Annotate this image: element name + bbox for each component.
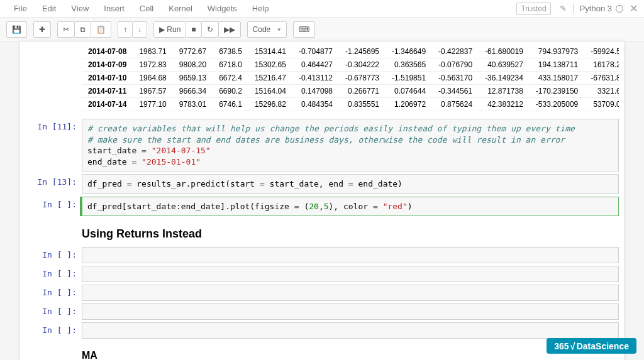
heading-using-returns: Using Returns Instead: [82, 222, 619, 243]
code-num: 20: [309, 202, 319, 211]
input-area[interactable]: [82, 322, 619, 339]
menu-insert[interactable]: Insert: [96, 1, 132, 16]
table-row: 2014-07-101964.689659.136672.415216.47-0…: [82, 72, 619, 85]
table-cell: 0.363565: [386, 58, 432, 72]
menu-help[interactable]: Help: [245, 1, 277, 16]
table-cell: -59924.537177: [584, 45, 619, 58]
code-cell-empty[interactable]: In [ ]:: [25, 266, 619, 282]
table-row: 2014-07-081963.719772.676738.515314.41-0…: [82, 45, 619, 58]
table-cell: 40.639527: [479, 58, 530, 72]
table-cell: 9666.34: [173, 85, 213, 98]
input-area[interactable]: df_pred[start_date:end_date].plot(figsiz…: [82, 197, 619, 217]
menu-widgets[interactable]: Widgets: [200, 1, 245, 16]
code-text: ): [408, 202, 413, 211]
save-button[interactable]: 💾: [6, 21, 27, 38]
forward-button[interactable]: ▶▶: [219, 21, 241, 38]
code-string: "red": [383, 202, 408, 211]
table-cell: 6718.0: [213, 58, 248, 72]
table-cell: -36.149234: [479, 72, 530, 85]
markdown-cell-heading[interactable]: Using Returns Instead: [25, 222, 619, 243]
code-cell-empty[interactable]: In [ ]:: [25, 322, 619, 339]
move-up-button[interactable]: ↑: [118, 21, 133, 38]
prompt: In [ ]:: [25, 266, 82, 282]
cell-type-select[interactable]: Code: [247, 21, 287, 38]
copy-button[interactable]: ⧉: [75, 21, 91, 38]
table-cell: -0.422837: [432, 45, 479, 58]
markdown-cell-heading-ma[interactable]: MA: [25, 345, 619, 360]
code-text: [378, 202, 383, 211]
table-cell: 6672.4: [213, 72, 248, 85]
code-comment: # create variables that will help us cha…: [87, 124, 575, 133]
input-area[interactable]: [82, 247, 619, 263]
code-num: 5: [324, 202, 329, 211]
input-area[interactable]: # create variables that will help us cha…: [82, 119, 619, 172]
stop-button[interactable]: ■: [186, 21, 201, 38]
code-cell-empty[interactable]: In [ ]:: [25, 303, 619, 320]
table-cell: 194.138711: [530, 58, 584, 72]
table-cell: 2014-07-09: [82, 58, 133, 72]
table-cell: -0.563170: [432, 72, 479, 85]
code-cell-active[interactable]: In [ ]: df_pred[start_date:end_date].plo…: [25, 197, 619, 217]
menu-view[interactable]: View: [64, 1, 96, 16]
table-cell: 0.147098: [292, 85, 339, 98]
table-cell: 1964.68: [133, 72, 172, 85]
table-cell: -0.678773: [339, 72, 386, 85]
code-text: df_pred[start_date:end_date].plot(figsiz…: [87, 202, 294, 211]
code-op: =: [294, 202, 299, 211]
input-area[interactable]: df_pred = results_ar.predict(start = sta…: [82, 174, 619, 194]
heading-ma: MA: [82, 345, 619, 360]
paste-button[interactable]: 📋: [91, 21, 111, 38]
code-text: [147, 146, 152, 155]
edit-icon[interactable]: ✎: [560, 4, 567, 13]
restart-button[interactable]: ↻: [202, 21, 219, 38]
trusted-badge[interactable]: Trusted: [516, 3, 550, 15]
code-text: (: [299, 202, 309, 211]
table-cell: -1.346649: [386, 45, 432, 58]
command-palette-button[interactable]: ⌨: [293, 21, 315, 38]
kernel-name[interactable]: Python 3: [573, 4, 612, 13]
code-text: start_date, end: [265, 179, 348, 188]
table-cell: -1.245695: [339, 45, 386, 58]
move-down-button[interactable]: ↓: [133, 21, 147, 38]
input-area[interactable]: [82, 303, 619, 320]
table-cell: 0.266771: [339, 85, 386, 98]
table-cell: 15296.82: [248, 98, 292, 111]
input-area[interactable]: [82, 266, 619, 282]
code-cell-empty[interactable]: In [ ]:: [25, 247, 619, 263]
cut-button[interactable]: ✂: [57, 21, 75, 38]
output-cell-table: 2014-07-081963.719772.676738.515314.41-0…: [25, 45, 619, 115]
table-cell: 6690.2: [213, 85, 248, 98]
code-text: end_date: [87, 157, 131, 166]
run-button[interactable]: ▶ Run: [153, 21, 186, 38]
menu-file[interactable]: File: [6, 1, 35, 16]
prompt-empty: [25, 345, 82, 360]
code-cell-empty[interactable]: In [ ]:: [25, 285, 619, 301]
table-cell: 794.937973: [530, 45, 584, 58]
input-area[interactable]: [82, 285, 619, 301]
table-cell: 9783.01: [173, 98, 213, 111]
close-icon[interactable]: ✕: [630, 3, 638, 14]
menu-edit[interactable]: Edit: [35, 1, 64, 16]
table-cell: 15216.47: [248, 72, 292, 85]
code-cell-11[interactable]: In [11]: # create variables that will he…: [25, 119, 619, 172]
radical-icon: √: [570, 341, 575, 351]
watermark-num: 365: [554, 341, 569, 351]
add-cell-button[interactable]: ✚: [33, 21, 51, 38]
menu-cell[interactable]: Cell: [132, 1, 161, 16]
table-cell: 0.835551: [339, 98, 386, 111]
table-cell: -0.076790: [432, 58, 479, 72]
table-cell: 0.464427: [292, 58, 339, 72]
prompt: In [13]:: [25, 174, 82, 194]
menu-kernel[interactable]: Kernel: [161, 1, 200, 16]
table-cell: 53709.039098: [584, 98, 619, 111]
prompt: In [ ]:: [25, 285, 82, 301]
table-cell: 433.158017: [530, 72, 584, 85]
table-cell: -170.239150: [530, 85, 584, 98]
code-op: =: [373, 202, 378, 211]
code-cell-13[interactable]: In [13]: df_pred = results_ar.predict(st…: [25, 174, 619, 194]
code-string: "2014-07-15": [152, 146, 211, 155]
watermark-text: DataScience: [577, 341, 629, 351]
watermark-badge: 365√DataScience: [547, 338, 636, 354]
code-op: =: [348, 179, 353, 188]
menubar: File Edit View Insert Cell Kernel Widget…: [0, 0, 644, 18]
